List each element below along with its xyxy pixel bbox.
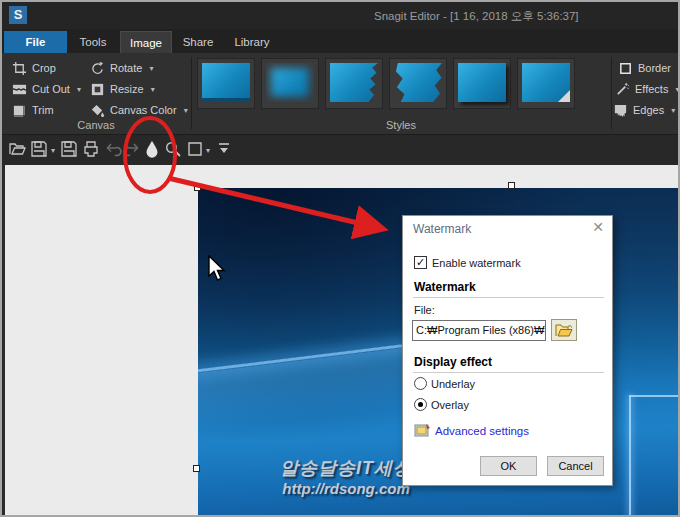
style-preview: [266, 63, 314, 102]
display-effect-section-header: Display effect: [414, 355, 492, 369]
style-preview: [330, 63, 378, 102]
quick-access-toolbar: ▾ ▾: [2, 135, 678, 165]
radio-dot: [418, 402, 423, 407]
advanced-settings-icon: [414, 423, 431, 438]
style-preview: [202, 63, 250, 102]
rotate-button[interactable]: Rotate▾: [90, 59, 153, 77]
advanced-settings-link[interactable]: Advanced settings: [435, 425, 529, 437]
cut-out-icon: [12, 82, 27, 97]
mouse-cursor: [208, 255, 228, 283]
close-icon[interactable]: ✕: [592, 219, 604, 235]
editor-canvas[interactable]: 알송달송IT세상 http://rdsong.com Watermark ✕ ✓…: [2, 165, 678, 517]
magic-wand-icon: [615, 82, 630, 97]
section-divider: [413, 297, 604, 298]
style-preview: [522, 63, 570, 102]
print-icon[interactable]: [82, 140, 100, 158]
tab-share[interactable]: Share: [174, 31, 222, 53]
canvas-color-icon: [90, 103, 105, 118]
selection-handle-left-middle[interactable]: [193, 465, 200, 472]
undo-icon[interactable]: [104, 140, 122, 158]
enable-watermark-checkbox[interactable]: ✓: [414, 256, 427, 269]
trim-button[interactable]: Trim: [12, 101, 54, 119]
resize-button[interactable]: Resize▾: [90, 80, 155, 98]
crop-icon: [12, 61, 27, 76]
selection-dropdown-caret[interactable]: ▾: [206, 146, 210, 155]
selection-icon[interactable]: [186, 140, 204, 158]
chevron-down-icon: ▾: [671, 106, 675, 115]
menu-tab-bar: File Tools Image Share Library: [2, 29, 678, 53]
open-file-icon[interactable]: [8, 140, 26, 158]
tab-file[interactable]: File: [4, 31, 67, 53]
save-icon[interactable]: [30, 140, 48, 158]
snagit-logo-icon: S: [9, 6, 27, 24]
tab-image[interactable]: Image: [120, 31, 172, 53]
style-preview: [394, 63, 442, 102]
resize-icon: [90, 82, 105, 97]
torn-edge-icon: [613, 103, 628, 118]
watermark-droplet-icon[interactable]: [143, 140, 161, 158]
tab-library[interactable]: Library: [224, 31, 280, 53]
border-button[interactable]: Border▾: [618, 59, 680, 77]
ribbon-divider: [611, 57, 612, 129]
style-thumbnail-bottom-shadow[interactable]: [197, 58, 255, 109]
cut-out-button[interactable]: Cut Out▾: [12, 80, 81, 98]
customize-toolbar-icon[interactable]: [215, 140, 233, 158]
checkmark-icon: ✓: [416, 256, 425, 268]
section-divider: [413, 372, 604, 373]
open-folder-icon: [555, 323, 573, 338]
style-thumbnail-faded-edges[interactable]: [261, 58, 319, 109]
style-thumbnail-torn-right[interactable]: [325, 58, 383, 109]
selection-handle-top-left[interactable]: [194, 184, 201, 191]
dialog-title: Watermark: [413, 222, 471, 236]
chevron-down-icon: ▾: [184, 106, 188, 115]
watermark-file-input[interactable]: C:₩Program Files (x86)₩T: [412, 320, 546, 341]
rotate-icon: [90, 61, 105, 76]
wallpaper-window-edge-horizontal: [629, 395, 680, 397]
file-label: File:: [414, 304, 435, 316]
chevron-down-icon: ▾: [675, 85, 679, 94]
zoom-icon[interactable]: [164, 140, 182, 158]
watermark-dialog: Watermark ✕ ✓ Enable watermark Watermark…: [402, 215, 613, 486]
overlay-radio[interactable]: [414, 398, 427, 411]
border-icon: [618, 61, 633, 76]
canvas-color-button[interactable]: Canvas Color▾: [90, 101, 188, 119]
cancel-button[interactable]: Cancel: [547, 456, 604, 476]
browse-button[interactable]: [551, 319, 577, 341]
save-as-icon[interactable]: [60, 140, 78, 158]
canvas-group-label: Canvas: [2, 119, 190, 131]
ok-button[interactable]: OK: [480, 456, 537, 476]
save-dropdown-caret[interactable]: ▾: [51, 146, 55, 155]
underlay-label: Underlay: [431, 378, 475, 390]
chevron-down-icon: ▾: [77, 85, 81, 94]
ribbon: Crop Rotate▾ Cut Out▾ Resize▾ Trim Canva…: [2, 53, 678, 135]
watermark-section-header: Watermark: [414, 280, 476, 294]
style-preview: [458, 63, 506, 102]
chevron-down-icon: ▾: [151, 85, 155, 94]
tab-tools[interactable]: Tools: [68, 31, 118, 53]
trim-icon: [12, 103, 27, 118]
title-bar: S Snagit Editor - [1 16, 2018 오후 5:36:37…: [2, 2, 678, 29]
edges-button[interactable]: Edges▾: [613, 101, 675, 119]
chevron-down-icon: ▾: [149, 64, 153, 73]
style-thumbnail-torn-both[interactable]: [389, 58, 447, 109]
overlay-label: Overlay: [431, 399, 469, 411]
wallpaper-window-edge-vertical: [629, 396, 631, 517]
window-title: Snagit Editor - [1 16, 2018 오후 5:36:37]: [374, 9, 579, 24]
enable-watermark-label: Enable watermark: [432, 257, 521, 269]
redo-icon[interactable]: [123, 140, 141, 158]
selection-handle-top-center[interactable]: [508, 182, 515, 189]
underlay-radio[interactable]: [414, 377, 427, 390]
style-thumbnail-page-curl[interactable]: [517, 58, 575, 109]
effects-button[interactable]: Effects▾: [615, 80, 679, 98]
styles-group-label: Styles: [192, 119, 610, 131]
snagit-editor-window: S Snagit Editor - [1 16, 2018 오후 5:36:37…: [0, 0, 680, 517]
style-thumbnail-drop-shadow[interactable]: [453, 58, 511, 109]
crop-button[interactable]: Crop: [12, 59, 56, 77]
